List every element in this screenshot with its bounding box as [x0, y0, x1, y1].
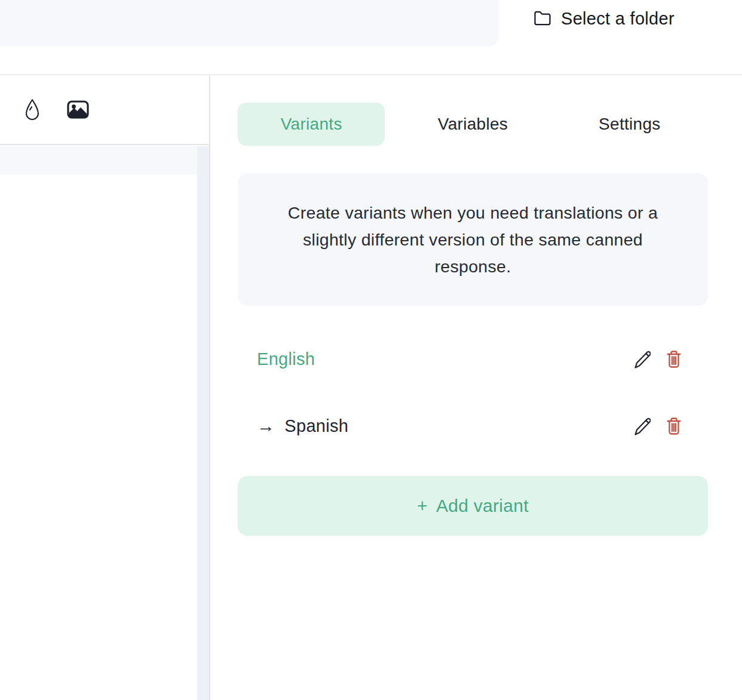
droplet-icon: [24, 99, 41, 121]
pencil-icon: [633, 416, 651, 436]
editor-toolbar: [0, 75, 209, 145]
tab-variants-label: Variants: [281, 115, 342, 134]
variant-actions: [633, 416, 682, 436]
plus-icon: +: [417, 496, 428, 516]
edit-variant-button[interactable]: [633, 349, 651, 369]
select-folder-button[interactable]: Select a folder: [533, 2, 674, 35]
select-folder-label: Select a folder: [561, 9, 674, 29]
tab-variants[interactable]: Variants: [238, 103, 385, 146]
header-bar: [0, 0, 499, 47]
image-icon: [67, 100, 89, 119]
pencil-icon: [633, 349, 651, 369]
variant-link[interactable]: Spanish: [284, 416, 348, 436]
tab-variables-label: Variables: [438, 115, 508, 134]
left-panel-scrollbar[interactable]: [197, 146, 209, 700]
variant-actions: [633, 349, 682, 369]
panel-divider: [209, 75, 210, 700]
delete-variant-button[interactable]: [666, 350, 682, 368]
tab-settings[interactable]: Settings: [551, 103, 708, 146]
tab-variables[interactable]: Variables: [394, 103, 551, 146]
trash-icon: [666, 350, 682, 368]
tab-bar: Variants Variables Settings: [238, 103, 708, 146]
variants-info-text: Create variants when you need translatio…: [288, 199, 658, 280]
delete-variant-button[interactable]: [666, 417, 682, 435]
droplet-tool-button[interactable]: [24, 99, 41, 121]
image-tool-button[interactable]: [67, 100, 89, 119]
add-variant-label: Add variant: [436, 496, 529, 516]
variants-info-box: Create variants when you need translatio…: [238, 173, 708, 306]
folder-icon: [533, 10, 551, 27]
list-item[interactable]: [0, 146, 197, 174]
trash-icon: [666, 417, 682, 435]
variant-link[interactable]: English: [257, 349, 315, 369]
variant-row: English: [238, 345, 708, 373]
variant-row: → Spanish: [238, 412, 708, 440]
arrow-right-icon: →: [257, 416, 275, 436]
add-variant-button[interactable]: + Add variant: [238, 476, 708, 536]
variants-panel: Variants Variables Settings Create varia…: [238, 75, 708, 536]
tab-settings-label: Settings: [599, 115, 661, 134]
edit-variant-button[interactable]: [633, 416, 651, 436]
